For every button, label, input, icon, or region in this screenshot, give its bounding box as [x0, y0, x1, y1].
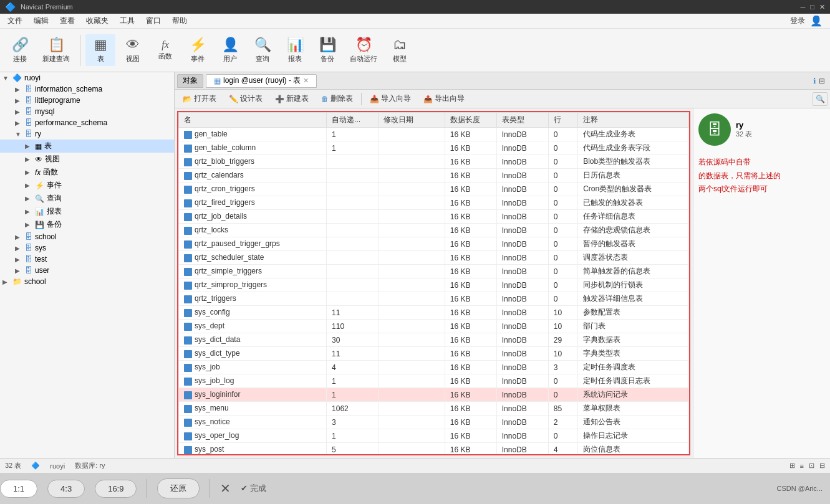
- toolbar-event[interactable]: ⚡ 事件: [183, 34, 213, 66]
- sidebar-item-ruoyi[interactable]: ▼ 🔷 ruoyi: [0, 72, 174, 83]
- new-table-btn[interactable]: ➕ 新建表: [269, 91, 314, 107]
- ratio-16-9-btn[interactable]: 16:9: [95, 480, 137, 498]
- table-row[interactable]: qrtz_calendars16 KBInnoDB0日历信息表: [179, 169, 689, 183]
- cancel-button[interactable]: ✕: [220, 481, 231, 496]
- sidebar-item-sys[interactable]: ▶ 🗄 sys: [0, 242, 174, 254]
- sidebar-item-queries[interactable]: ▶ 🔍 查询: [0, 192, 174, 205]
- sidebar-item-events[interactable]: ▶ ⚡ 事件: [0, 179, 174, 192]
- table-row[interactable]: sys_logininfor116 KBInnoDB0系统访问记录: [179, 388, 689, 402]
- restore-btn[interactable]: 还原: [157, 478, 200, 498]
- table-row[interactable]: qrtz_fired_triggers16 KBInnoDB0已触发的触发器表: [179, 196, 689, 210]
- table-row[interactable]: sys_job_log116 KBInnoDB0定时任务调度日志表: [179, 374, 689, 388]
- ratio-4-3-btn[interactable]: 4:3: [47, 480, 85, 498]
- table-row[interactable]: qrtz_simprop_triggers16 KBInnoDB0同步机制的行锁…: [179, 278, 689, 292]
- view-detail-icon[interactable]: ⊡: [809, 462, 814, 470]
- restore-btn-win[interactable]: □: [810, 3, 814, 11]
- toolbar-function[interactable]: fx 函数: [150, 37, 180, 64]
- sidebar-item-school2[interactable]: ▶ 📁 school: [0, 276, 174, 287]
- sidebar-item-functions[interactable]: ▶ fx 函数: [0, 166, 174, 179]
- toolbar-backup-label: 备份: [321, 54, 334, 64]
- toolbar-model[interactable]: 🗂 模型: [385, 34, 415, 66]
- export-wizard-btn[interactable]: 📤 导出向导: [418, 91, 470, 107]
- menu-help[interactable]: 帮助: [167, 14, 192, 27]
- toolbar-schedule[interactable]: ⏰ 自动运行: [345, 34, 382, 66]
- confirm-button[interactable]: ✔ 完成: [241, 483, 266, 494]
- menu-edit[interactable]: 编辑: [29, 14, 54, 27]
- table-row[interactable]: sys_dept11016 KBInnoDB10部门表: [179, 320, 689, 333]
- design-table-btn[interactable]: ✏️ 设计表: [223, 91, 268, 107]
- import-wizard-btn[interactable]: 📥 导入向导: [364, 91, 417, 107]
- table-row[interactable]: qrtz_triggers16 KBInnoDB0触发器详细信息表: [179, 292, 689, 306]
- toolbar-query[interactable]: 🔍 查询: [248, 34, 277, 66]
- cell-type: InnoDB: [496, 292, 548, 306]
- ratio-1-1-btn[interactable]: 1:1: [0, 480, 37, 498]
- table-row[interactable]: qrtz_cron_triggers16 KBInnoDB0Cron类型的触发器…: [179, 183, 689, 196]
- toolbar-user[interactable]: 👤 用户: [215, 34, 245, 66]
- menu-tools[interactable]: 工具: [115, 14, 140, 27]
- table-row[interactable]: qrtz_locks16 KBInnoDB0存储的悲观锁信息表: [179, 224, 689, 237]
- table-row[interactable]: sys_menu106216 KBInnoDB85菜单权限表: [179, 402, 689, 416]
- sidebar-item-views[interactable]: ▶ 👁 视图: [0, 153, 174, 166]
- sidebar-label-views: 视图: [45, 154, 60, 164]
- menu-file[interactable]: 文件: [2, 14, 27, 27]
- table-row[interactable]: gen_table_column116 KBInnoDB0代码生成业务表字段: [179, 141, 689, 155]
- table-row[interactable]: qrtz_paused_trigger_grps16 KBInnoDB0暂停的触…: [179, 237, 689, 251]
- menu-window[interactable]: 窗口: [141, 14, 166, 27]
- view-grid-icon[interactable]: ⊞: [789, 462, 795, 470]
- object-tab[interactable]: 对象: [177, 74, 203, 88]
- table-row[interactable]: sys_config1116 KBInnoDB10参数配置表: [179, 306, 689, 320]
- sidebar-item-mysql[interactable]: ▶ 🗄 mysql: [0, 106, 174, 117]
- view-compact-icon[interactable]: ⊟: [819, 462, 825, 470]
- sidebar-item-reports[interactable]: ▶ 📊 报表: [0, 205, 174, 218]
- sidebar-item-user-db[interactable]: ▶ 🗄 user: [0, 265, 174, 276]
- table-row[interactable]: qrtz_scheduler_state16 KBInnoDB0调度器状态表: [179, 251, 689, 265]
- sidebar-item-performance-schema[interactable]: ▶ 🗄 performance_schema: [0, 117, 174, 128]
- data-table-container[interactable]: 名 自动递... 修改日期 数据长度 表类型 行 注释 gen_table116…: [177, 111, 690, 455]
- cell-type: InnoDB: [496, 443, 548, 456]
- sidebar-item-backups[interactable]: ▶ 💾 备份: [0, 218, 174, 231]
- delete-table-btn[interactable]: 🗑 删除表: [316, 91, 359, 107]
- toolbar-report[interactable]: 📊 报表: [280, 34, 310, 66]
- view-list-icon[interactable]: ≡: [800, 462, 804, 470]
- table-row[interactable]: qrtz_blob_triggers16 KBInnoDB0Blob类型的触发器…: [179, 155, 689, 169]
- toolbar-backup[interactable]: 💾 备份: [312, 34, 342, 66]
- toolbar-view[interactable]: 👁 视图: [118, 34, 148, 66]
- table-row[interactable]: qrtz_job_details16 KBInnoDB0任务详细信息表: [179, 210, 689, 224]
- layout-icon[interactable]: ⊟: [819, 77, 825, 85]
- tab-close-btn[interactable]: ✕: [303, 77, 309, 85]
- sidebar-item-tables[interactable]: ▶ ▦ 表: [0, 140, 174, 153]
- toolbar-connect[interactable]: 🔗 连接: [5, 34, 35, 66]
- toolbar-new-query[interactable]: 📋 新建查询: [37, 34, 75, 66]
- close-btn-win[interactable]: ✕: [819, 3, 825, 11]
- info-icon[interactable]: ℹ: [813, 77, 816, 85]
- table-row[interactable]: qrtz_simple_triggers16 KBInnoDB0简单触发器的信息…: [179, 265, 689, 278]
- open-table-btn[interactable]: 📂 打开表: [177, 91, 222, 107]
- cell-name: gen_table: [179, 128, 327, 141]
- cell-rows: 0: [548, 128, 577, 141]
- col-header-name: 名: [179, 113, 327, 128]
- sidebar-label-backups: 备份: [47, 219, 62, 230]
- sidebar-item-school[interactable]: ▶ 🗄 school: [0, 231, 174, 242]
- window-controls[interactable]: ─ □ ✕: [801, 3, 825, 11]
- sidebar-item-littleprograme[interactable]: ▶ 🗄 littleprograme: [0, 95, 174, 106]
- table-row[interactable]: sys_post516 KBInnoDB4岗位信息表: [179, 443, 689, 456]
- open-table-label: 打开表: [194, 93, 216, 104]
- search-box[interactable]: 🔍: [813, 92, 828, 106]
- toolbar-table[interactable]: ▦ 表: [85, 34, 115, 66]
- backup-folder-icon: 💾: [35, 221, 44, 229]
- minimize-btn[interactable]: ─: [801, 3, 806, 11]
- table-row[interactable]: sys_dict_type1116 KBInnoDB10字典类型表: [179, 347, 689, 361]
- login-tab[interactable]: ▦ login @user (ruoyi) - 表 ✕: [206, 74, 317, 88]
- table-row[interactable]: sys_oper_log116 KBInnoDB0操作日志记录: [179, 429, 689, 443]
- cell-type: InnoDB: [496, 251, 548, 265]
- table-row[interactable]: sys_dict_data3016 KBInnoDB29字典数据表: [179, 333, 689, 347]
- table-row[interactable]: gen_table116 KBInnoDB0代码生成业务表: [179, 128, 689, 141]
- table-row[interactable]: sys_job416 KBInnoDB3定时任务调度表: [179, 361, 689, 374]
- menu-favorites[interactable]: 收藏夹: [81, 14, 113, 27]
- login-btn[interactable]: 登录: [790, 16, 805, 26]
- sidebar-item-information-schema[interactable]: ▶ 🗄 information_schema: [0, 83, 174, 95]
- sidebar-item-ry[interactable]: ▼ 🗄 ry: [0, 128, 174, 140]
- sidebar-item-test[interactable]: ▶ 🗄 test: [0, 254, 174, 265]
- table-row[interactable]: sys_notice316 KBInnoDB2通知公告表: [179, 416, 689, 429]
- menu-view[interactable]: 查看: [55, 14, 80, 27]
